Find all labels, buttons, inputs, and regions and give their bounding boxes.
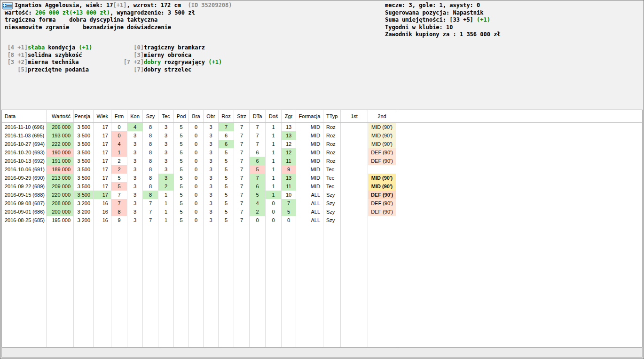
empty-column-wiek (94, 224, 111, 347)
cell-strz: 7 (234, 123, 250, 131)
cell-data: 2016-10-06 (691) (2, 165, 47, 174)
cell-tec: 3 (158, 131, 174, 140)
cell-formacja: MID (296, 131, 323, 140)
table-row[interactable]: 2016-09-29 (690)213 0003 500175383503577… (2, 174, 642, 182)
cell-pensja: 3 200 (74, 199, 94, 207)
text-segment: dobry strzelec (144, 66, 191, 73)
cell-2nd: MID (90') (368, 123, 396, 131)
skill-line: [5]przeciętne podania (5, 66, 92, 74)
skill-level-value: [7 +2] (121, 59, 144, 66)
cell-roz: 5 (219, 148, 234, 157)
table-row[interactable]: 2016-11-03 (695)193 0003 500170383503677… (2, 131, 642, 140)
column-header-roz[interactable]: Roz (219, 110, 234, 122)
cell-pod: 5 (174, 191, 189, 199)
table-row[interactable]: 2016-09-08 (687)208 0003 200167371503574… (2, 199, 642, 207)
cell-obr: 3 (204, 182, 219, 191)
cell-formacja: MID (296, 140, 323, 148)
status-bar (1, 347, 643, 358)
cell-strz: 7 (234, 157, 250, 165)
column-header-tec[interactable]: Tec (158, 110, 174, 122)
cell-zgr: 7 (282, 199, 296, 207)
column-header-pod[interactable]: Pod (174, 110, 189, 122)
cell-ttyp: Szy (323, 199, 341, 207)
column-header-data[interactable]: Data (2, 110, 47, 122)
cell-dos: 1 (266, 165, 282, 174)
text-segment: mecze: 3, gole: 1, asysty: 0 (385, 2, 480, 8)
cell-strz: 7 (234, 216, 250, 224)
column-header-bra[interactable]: Bra (189, 110, 204, 122)
cell-wartosc: 213 000 (47, 174, 74, 182)
cell-dta: 7 (250, 174, 266, 182)
cell-1st (341, 174, 368, 182)
cell-data: 2016-09-01 (686) (2, 207, 47, 216)
cell-pensja: 3 500 (74, 174, 94, 182)
cell-zgr: 11 (282, 157, 296, 165)
table-row[interactable]: 2016-08-25 (685)195 0003 200169371503570… (2, 216, 642, 224)
cell-frm: 5 (111, 174, 127, 182)
cell-frm: 9 (111, 216, 127, 224)
cell-2nd: MID (90') (368, 182, 396, 191)
table-row[interactable]: 2016-09-15 (688)220 0003 500177381503575… (2, 191, 642, 199)
cell-1st (341, 157, 368, 165)
text-segment: , wzrost: 172 cm (126, 2, 181, 8)
table-row[interactable]: 2016-09-22 (689)209 0003 500175382503576… (2, 182, 642, 191)
table-header-row: DataWartośćPensjaWiekFrmKonSzyTecPodBraO… (2, 110, 642, 123)
text-segment: Tygodni w klubie: 10 (385, 24, 453, 31)
text-segment: niesamowite zgranie beznadziejne doświad… (5, 24, 171, 31)
text-segment: dobry (144, 59, 161, 65)
cell-dta: 2 (250, 207, 266, 216)
table-row[interactable]: 2016-10-27 (694)222 0003 500174383503677… (2, 140, 642, 148)
cell-szy: 8 (143, 140, 158, 148)
cell-zgr: 5 (282, 207, 296, 216)
table-row[interactable]: 2016-11-10 (696)206 0003 500170483503777… (2, 123, 642, 131)
cell-1st (341, 131, 368, 140)
cell-ttyp: Roz (323, 140, 341, 148)
table-row[interactable]: 2016-09-01 (686)200 0003 200168371503572… (2, 207, 642, 216)
table-row[interactable]: 2016-10-06 (691)189 0003 500172383503575… (2, 165, 642, 174)
column-header-frm[interactable]: Frm (111, 110, 127, 122)
column-header-wartosc[interactable]: Wartość (47, 110, 74, 122)
empty-column-pensja (74, 224, 94, 347)
text-segment: (+1) (477, 16, 490, 23)
cell-tec: 3 (158, 123, 174, 131)
empty-column-formacja (296, 224, 323, 347)
empty-column-wartosc (47, 224, 74, 347)
cell-szy: 8 (143, 131, 158, 140)
column-header-2nd[interactable]: 2nd (368, 110, 396, 122)
column-header-zgr[interactable]: Zgr (282, 110, 296, 122)
skill-line: [7]dobry strzelec (121, 66, 222, 74)
cell-strz: 7 (234, 165, 250, 174)
cell-data: 2016-10-27 (694) (2, 140, 47, 148)
cell-pod: 5 (174, 216, 189, 224)
column-header-strz[interactable]: Strz (234, 110, 250, 122)
cell-1st (341, 199, 368, 207)
cell-bra: 0 (189, 191, 204, 199)
table-filler-row (2, 224, 642, 347)
cell-ttyp: Roz (323, 157, 341, 165)
table-row[interactable]: 2016-10-13 (692)191 0003 500172383503576… (2, 157, 642, 165)
cell-2nd: DEF (90') (368, 157, 396, 165)
cell-tec: 1 (158, 216, 174, 224)
cell-kon: 3 (127, 131, 143, 140)
column-header-obr[interactable]: Obr (204, 110, 219, 122)
cell-szy: 8 (143, 157, 158, 165)
column-header-formacja[interactable]: Formacja (296, 110, 323, 122)
cell-strz: 7 (234, 182, 250, 191)
column-header-dta[interactable]: DTa (250, 110, 266, 122)
cell-kon: 3 (127, 182, 143, 191)
table-row[interactable]: 2016-10-20 (693)190 0003 500171383503576… (2, 148, 642, 157)
column-header-kon[interactable]: Kon (127, 110, 143, 122)
column-header-dos[interactable]: Doś (266, 110, 282, 122)
cell-kon: 3 (127, 157, 143, 165)
column-header-1st[interactable]: 1st (341, 110, 368, 122)
cell-wartosc: 222 000 (47, 140, 74, 148)
cell-dos: 1 (266, 140, 282, 148)
column-header-wiek[interactable]: Wiek (94, 110, 111, 122)
text-segment: solidna szybkość (28, 52, 82, 58)
empty-column-zgr (282, 224, 296, 347)
cell-dta: 6 (250, 148, 266, 157)
cell-tec: 2 (158, 182, 174, 191)
column-header-szy[interactable]: Szy (143, 110, 158, 122)
column-header-pensja[interactable]: Pensja (74, 110, 94, 122)
column-header-ttyp[interactable]: TTyp (323, 110, 341, 122)
